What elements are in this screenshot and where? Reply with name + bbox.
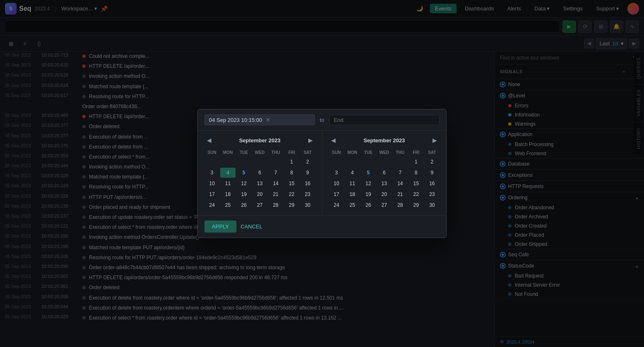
calendar-day-header: FRI (408, 149, 423, 156)
calendar-day-header: THU (268, 149, 283, 156)
calendar-day[interactable]: 19 (361, 189, 376, 199)
calendar-day[interactable]: 8 (408, 168, 423, 178)
calendar-day (329, 157, 344, 167)
calendar-day[interactable]: 25 (345, 200, 360, 210)
calendar-day[interactable]: 30 (425, 200, 440, 210)
calendar-day[interactable]: 24 (204, 200, 219, 210)
date-picker-modal: 04 Sep 2023 10:15:00 ✕ to ◀ September 20… (197, 109, 447, 238)
start-date-value: 04 Sep 2023 10:15:00 (209, 117, 262, 123)
calendar-day[interactable]: 16 (425, 178, 440, 188)
calendar-day[interactable]: 6 (252, 168, 267, 178)
calendar-day[interactable]: 20 (252, 189, 267, 199)
calendar-day[interactable]: 25 (220, 200, 235, 210)
left-calendar-prev-button[interactable]: ◀ (204, 136, 214, 145)
calendar-day (377, 157, 392, 167)
calendar-day[interactable]: 10 (204, 178, 219, 188)
calendar-day[interactable]: 13 (377, 178, 392, 188)
calendar-day[interactable]: 16 (300, 178, 315, 188)
calendar-day-header: SUN (204, 149, 219, 156)
right-calendar-next-button[interactable]: ▶ (430, 136, 440, 145)
right-calendar-grid: SUNMONTUEWEDTHUFRISAT1234567891011121314… (329, 149, 440, 210)
calendar-day[interactable]: 14 (393, 178, 408, 188)
calendar-day[interactable]: 7 (268, 168, 283, 178)
calendar-day[interactable]: 22 (284, 189, 299, 199)
calendar-day[interactable]: 26 (361, 200, 376, 210)
calendar-day[interactable]: 13 (252, 178, 267, 188)
calendar-day (204, 157, 219, 167)
calendar-day[interactable]: 4 (345, 168, 360, 178)
calendar-day[interactable]: 15 (408, 178, 423, 188)
calendar-day-header: MON (220, 149, 235, 156)
calendar-day[interactable]: 2 (425, 157, 440, 167)
calendar-day[interactable]: 28 (268, 200, 283, 210)
calendar-day[interactable]: 14 (268, 178, 283, 188)
calendar-day-header: THU (393, 149, 408, 156)
calendar-day[interactable]: 6 (377, 168, 392, 178)
calendar-day[interactable]: 20 (377, 189, 392, 199)
calendar-day[interactable]: 21 (393, 189, 408, 199)
calendar-day[interactable]: 23 (425, 189, 440, 199)
start-date-input[interactable]: 04 Sep 2023 10:15:00 ✕ (204, 114, 315, 125)
calendar-day[interactable]: 11 (345, 178, 360, 188)
calendars: ◀ September 2023 ▶ SUNMONTUEWEDTHUFRISAT… (198, 131, 446, 215)
calendar-day[interactable]: 12 (361, 178, 376, 188)
calendar-day[interactable]: 30 (300, 200, 315, 210)
calendar-day[interactable]: 1 (408, 157, 423, 167)
calendar-day[interactable]: 1 (284, 157, 299, 167)
calendar-day[interactable]: 11 (220, 178, 235, 188)
calendar-day[interactable]: 5 (361, 168, 376, 178)
calendar-day[interactable]: 19 (236, 189, 251, 199)
calendar-day-header: SUN (329, 149, 344, 156)
right-calendar-prev-button[interactable]: ◀ (329, 136, 338, 145)
calendar-day[interactable]: 12 (236, 178, 251, 188)
calendar-day[interactable]: 17 (204, 189, 219, 199)
left-calendar-next-button[interactable]: ▶ (306, 136, 315, 145)
calendar-day (393, 157, 408, 167)
calendar-day-header: WED (377, 149, 392, 156)
date-picker-top: 04 Sep 2023 10:15:00 ✕ to (198, 109, 446, 131)
calendar-day[interactable]: 27 (377, 200, 392, 210)
calendar-day[interactable]: 18 (345, 189, 360, 199)
calendar-day[interactable]: 24 (329, 200, 344, 210)
calendar-day-header: SAT (300, 149, 315, 156)
modal-footer: APPLY CANCEL (198, 215, 446, 238)
calendar-day[interactable]: 2 (300, 157, 315, 167)
cancel-button[interactable]: CANCEL (241, 223, 263, 230)
calendar-day[interactable]: 23 (300, 189, 315, 199)
calendar-day[interactable]: 29 (408, 200, 423, 210)
right-calendar-month-year: September 2023 (364, 137, 405, 144)
calendar-day[interactable]: 28 (393, 200, 408, 210)
calendar-day[interactable]: 8 (284, 168, 299, 178)
calendar-day[interactable]: 7 (393, 168, 408, 178)
apply-button[interactable]: APPLY (204, 221, 236, 233)
to-label: to (320, 117, 324, 123)
left-calendar-month-year: September 2023 (239, 137, 280, 144)
calendar-day[interactable]: 21 (268, 189, 283, 199)
calendar-day (236, 157, 251, 167)
calendar-day[interactable]: 4 (220, 168, 235, 178)
calendar-day (220, 157, 235, 167)
calendar-day[interactable]: 10 (329, 178, 344, 188)
calendar-day[interactable]: 3 (204, 168, 219, 178)
calendar-day[interactable]: 29 (284, 200, 299, 210)
calendar-day[interactable]: 17 (329, 189, 344, 199)
calendar-day[interactable]: 9 (300, 168, 315, 178)
end-date-input[interactable] (329, 115, 440, 125)
calendar-day-header: FRI (284, 149, 299, 156)
calendar-day[interactable]: 26 (236, 200, 251, 210)
calendar-day-header: MON (345, 149, 360, 156)
calendar-day[interactable]: 22 (408, 189, 423, 199)
clear-start-date-button[interactable]: ✕ (265, 116, 270, 123)
calendar-day[interactable]: 9 (425, 168, 440, 178)
modal-overlay: 04 Sep 2023 10:15:00 ✕ to ◀ September 20… (0, 0, 644, 347)
calendar-day (252, 157, 267, 167)
calendar-day-header: SAT (425, 149, 440, 156)
calendar-day[interactable]: 18 (220, 189, 235, 199)
calendar-day[interactable]: 15 (284, 178, 299, 188)
calendar-day[interactable]: 5 (236, 168, 251, 178)
calendar-day[interactable]: 3 (329, 168, 344, 178)
left-calendar-grid: SUNMONTUEWEDTHUFRISAT1234567891011121314… (204, 149, 315, 210)
left-calendar-header: ◀ September 2023 ▶ (204, 136, 315, 145)
right-calendar-header: ◀ September 2023 ▶ (329, 136, 440, 145)
calendar-day[interactable]: 27 (252, 200, 267, 210)
